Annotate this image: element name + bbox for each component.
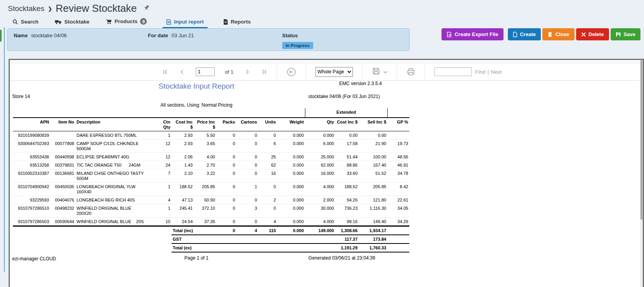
toolbar-separator bbox=[362, 63, 363, 80]
column-header: Ctn Qty bbox=[154, 118, 171, 131]
export-file-icon bbox=[447, 32, 452, 37]
tab-products[interactable]: Products 9 bbox=[105, 18, 148, 28]
page-count-label: of 1 bbox=[225, 69, 234, 75]
delete-x-icon bbox=[581, 32, 586, 37]
report-viewer-panel: of 1 Whole Page bbox=[9, 59, 644, 287]
save-floppy-icon bbox=[616, 32, 621, 37]
next-link[interactable]: Next bbox=[491, 69, 502, 75]
toolbar-separator bbox=[397, 63, 397, 80]
close-door-icon bbox=[547, 32, 553, 37]
table-row: 931079728651000498232WINFIELD ORIGINAL B… bbox=[13, 204, 409, 218]
table-row: 9310199080839DARE ESPRESSO BTL 750ML12.9… bbox=[13, 131, 409, 140]
create-button[interactable]: Create bbox=[508, 28, 541, 40]
status-badge: In Progress bbox=[282, 42, 313, 49]
save-button[interactable]: Save bbox=[611, 28, 640, 40]
last-page-button[interactable] bbox=[261, 69, 267, 75]
search-icon bbox=[13, 19, 18, 25]
table-row: 931005231038700136681M/LAND CHSE ONTHEGO… bbox=[13, 169, 409, 183]
find-link[interactable]: Find bbox=[475, 69, 485, 75]
breadcrumb-section[interactable]: Stocktakes bbox=[8, 4, 44, 13]
report-table-body: 9310199080839DARE ESPRESSO BTL 750ML12.9… bbox=[13, 131, 409, 226]
column-header: Units bbox=[258, 118, 277, 131]
column-header: Item No bbox=[50, 118, 75, 131]
toolbar-separator bbox=[277, 63, 277, 80]
stocktake-info-bar: Name stocktake 04/06 For date 03 Jun 21 … bbox=[7, 28, 410, 51]
table-row: 931070490094200450035LONGBEACH ORIGINAL … bbox=[13, 183, 409, 196]
find-links-separator: | bbox=[487, 69, 489, 75]
left-divider-line bbox=[4, 27, 5, 272]
action-buttons: Create Export File Create Close Delete bbox=[441, 28, 640, 40]
previous-page-button[interactable] bbox=[179, 69, 186, 75]
delete-button[interactable]: Delete bbox=[576, 28, 609, 40]
name-label: Name bbox=[14, 33, 27, 38]
tab-label: Products bbox=[115, 18, 138, 24]
pin-icon[interactable] bbox=[143, 4, 150, 13]
chevron-down-icon bbox=[383, 69, 387, 75]
report-store: Store 14 bbox=[12, 94, 30, 99]
tab-reports[interactable]: Reports bbox=[223, 19, 252, 28]
toolbar-separator bbox=[306, 63, 306, 80]
report-footer-generated: Generated 03/06/21 at 23:04:39 bbox=[308, 255, 375, 261]
report-scrollbar[interactable] bbox=[640, 60, 643, 287]
column-header: Description bbox=[75, 118, 154, 131]
totals-row: Total (ex)1,191.291,760.33 bbox=[13, 243, 409, 252]
breadcrumb-separator: ❯ bbox=[48, 5, 52, 12]
report-file-icon bbox=[223, 19, 228, 25]
find-input[interactable] bbox=[434, 67, 472, 76]
create-file-icon bbox=[513, 32, 517, 37]
tab-stocktake[interactable]: Stocktake bbox=[54, 19, 90, 28]
table-row: 930064470239300077808CAMP SOUP C/LDL CHK… bbox=[13, 140, 409, 153]
tab-bar: Search Stocktake Products 9 Input report bbox=[12, 18, 252, 28]
report-table-totals: Total (inc)041150.000149.0001,308.661,93… bbox=[13, 226, 409, 252]
tab-search[interactable]: Search bbox=[12, 19, 39, 28]
column-header-row: APN Item No Description Ctn Qty Cost Inc… bbox=[13, 118, 409, 131]
products-count-badge: 9 bbox=[140, 18, 147, 25]
report-viewer-toolbar: of 1 Whole Page bbox=[10, 63, 643, 81]
create-export-file-button[interactable]: Create Export File bbox=[441, 28, 503, 40]
tab-label: Reports bbox=[231, 19, 251, 25]
file-icon bbox=[166, 19, 171, 25]
column-header: Qty bbox=[305, 118, 335, 131]
toolbar-separator bbox=[425, 63, 425, 80]
breadcrumb: Stocktakes ❯ Review Stocktake bbox=[8, 2, 150, 15]
for-date-label: For date bbox=[148, 33, 168, 38]
extended-group-row: Extended bbox=[13, 108, 409, 118]
totals-label: Total (ex) bbox=[171, 243, 216, 252]
page-title: Review Stocktake bbox=[56, 2, 137, 15]
for-date-value: 03 Jun 21 bbox=[171, 33, 194, 38]
tab-label: Input report bbox=[174, 19, 204, 25]
stocktake-input-table: Extended APN Item No Description Ctn Qty… bbox=[13, 108, 409, 252]
next-page-button[interactable] bbox=[244, 69, 250, 75]
report-version: EMC version 2.3.5.4 bbox=[339, 81, 382, 86]
report-header: Stocktake Input Report EMC version 2.3.5… bbox=[13, 81, 380, 108]
report-subtitle: stocktake 04/06 (For 03 Jun 2021) bbox=[308, 94, 380, 99]
column-header: GP % bbox=[387, 118, 409, 131]
close-button[interactable]: Close bbox=[542, 28, 574, 40]
column-header: Weight bbox=[277, 118, 305, 131]
print-button[interactable] bbox=[407, 67, 415, 76]
table-row: 9351325800379831TIC TAC ORANGE T50 24GM2… bbox=[13, 161, 409, 169]
back-to-parent-button[interactable] bbox=[286, 67, 296, 77]
pager: of 1 bbox=[162, 67, 267, 76]
first-page-button[interactable] bbox=[162, 69, 169, 75]
header-row: Name stocktake 04/06 For date 03 Jun 21 … bbox=[0, 28, 644, 52]
find-group: Find|Next bbox=[434, 67, 502, 76]
report-sections-line: All sections, Using: Normal Pricing bbox=[13, 102, 380, 108]
column-header: Price Inc $ bbox=[194, 118, 216, 131]
zoom-select[interactable]: Whole Page bbox=[316, 67, 353, 77]
column-header: Cost Inc $ bbox=[335, 118, 359, 131]
export-save-button[interactable] bbox=[372, 67, 387, 76]
totals-label: Total (inc) bbox=[171, 226, 216, 235]
table-row: 931079728650300590644WINFIELD ORIGINAL B… bbox=[13, 218, 409, 226]
table-row: 9355343800440598ECLIPSE SPEARMNT 40G122.… bbox=[13, 153, 409, 161]
scrollbar-thumb[interactable] bbox=[640, 60, 642, 220]
report-footer: ezi-manager CLOUD Page 1 of 1 Generated … bbox=[13, 255, 380, 262]
table-row: 9322959300404076LONGBEACH REG RICH 40S44… bbox=[13, 196, 409, 204]
tab-input-report[interactable]: Input report bbox=[162, 19, 208, 28]
column-header: APN bbox=[13, 118, 50, 131]
tab-label: Search bbox=[21, 19, 38, 25]
name-value: stocktake 04/06 bbox=[31, 33, 67, 38]
totals-row: GST117.37173.84 bbox=[13, 235, 409, 243]
page-number-input[interactable] bbox=[196, 67, 215, 76]
column-header: Sell Inc $ bbox=[359, 118, 387, 131]
